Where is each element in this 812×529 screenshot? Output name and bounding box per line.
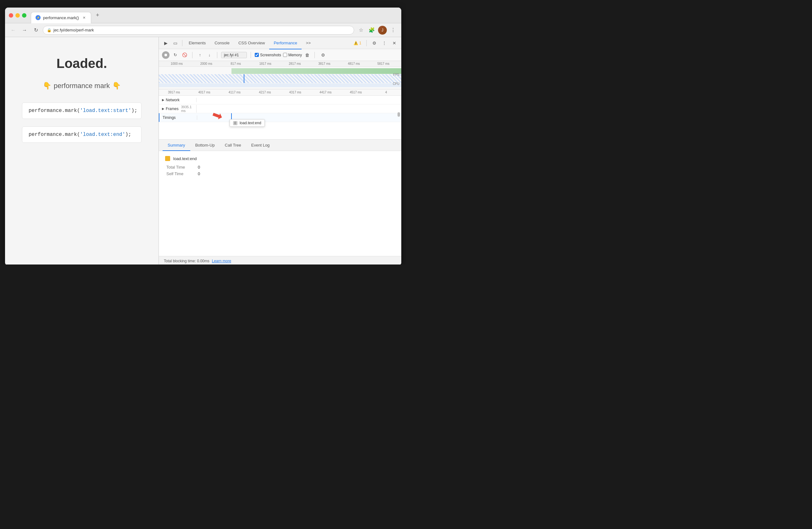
tab-more[interactable]: >> bbox=[302, 38, 315, 49]
performance-toolbar: ⏺ ↻ 🚫 ↑ ↓ jec.fyi #1 Screenshots bbox=[159, 49, 401, 61]
timings-label-text: Timings bbox=[163, 115, 176, 120]
tab-favicon: ⚡ bbox=[35, 15, 41, 20]
frames-label-text: Frames bbox=[166, 106, 179, 111]
cpu-label: CPU bbox=[393, 82, 400, 86]
responsive-design-button[interactable]: ▭ bbox=[171, 39, 179, 47]
bottom-tabs: Summary Bottom-Up Call Tree Event Log bbox=[159, 140, 401, 151]
time-label-6: 3817 ms bbox=[309, 62, 339, 66]
main-content: Loaded. 👇 performance mark 👇 performance… bbox=[5, 37, 401, 264]
tab-performance[interactable]: Performance bbox=[269, 38, 301, 49]
forward-button[interactable]: → bbox=[20, 26, 29, 34]
network-label-text: Network bbox=[166, 98, 179, 102]
code1-suffix: ); bbox=[131, 108, 137, 114]
detail-time-8: 4 bbox=[371, 90, 401, 94]
code1-string: 'load.text:start' bbox=[80, 108, 131, 114]
status-bar: Total blocking time: 0.00ms Learn more bbox=[159, 256, 401, 264]
emoji-left: 👇 bbox=[43, 82, 51, 90]
time-label-5: 2817 ms bbox=[280, 62, 310, 66]
close-devtools-button[interactable]: ✕ bbox=[390, 39, 399, 47]
tab-event-log[interactable]: Event Log bbox=[246, 140, 275, 151]
time-label-4: 1817 ms bbox=[251, 62, 280, 66]
time-label-7: 4817 ms bbox=[339, 62, 368, 66]
network-label: ▶ Network bbox=[159, 98, 197, 102]
perf-separator-3 bbox=[251, 52, 251, 58]
minimize-button[interactable] bbox=[15, 13, 20, 18]
total-time-label: Total Time bbox=[166, 165, 198, 170]
timeline-overview[interactable]: 1000 ms 2000 ms 817 ms 1817 ms 2817 ms 3… bbox=[159, 61, 401, 89]
browser-tab[interactable]: ⚡ performance.mark() ✕ bbox=[31, 12, 91, 23]
reload-record-button[interactable]: ↻ bbox=[171, 51, 179, 59]
screenshots-checkbox-label[interactable]: Screenshots bbox=[255, 53, 281, 57]
inspect-element-button[interactable]: ▶ bbox=[161, 39, 170, 47]
self-time-row: Self Time 0 bbox=[165, 171, 395, 176]
close-button[interactable] bbox=[9, 13, 13, 18]
code-block-2: performance.mark('load.text:end'); bbox=[22, 126, 142, 143]
code2-prefix: performance.mark( bbox=[29, 132, 80, 138]
new-tab-button[interactable]: + bbox=[93, 11, 102, 20]
network-expand[interactable]: ▶ bbox=[162, 98, 164, 102]
maximize-button[interactable] bbox=[22, 13, 26, 18]
tab-close-button[interactable]: ✕ bbox=[82, 15, 86, 20]
bottom-panel: Summary Bottom-Up Call Tree Event Log bbox=[159, 140, 401, 264]
settings-button[interactable]: ⚙ bbox=[370, 39, 379, 47]
tab-console[interactable]: Console bbox=[210, 38, 234, 49]
devtools-toolbar: ▶ ▭ Elements Console CSS Overview Perfor… bbox=[159, 37, 401, 49]
perf-settings-button[interactable]: ⚙ bbox=[319, 51, 328, 59]
time-label-3: 817 ms bbox=[221, 62, 251, 66]
self-time-value: 0 bbox=[198, 171, 200, 176]
fps-row bbox=[159, 68, 401, 74]
address-bar: ← → ↻ 🔒 jec.fyi/demo/perf-mark ☆ 🧩 J ⋮ bbox=[5, 23, 401, 37]
page-heading: Loaded. bbox=[56, 56, 107, 71]
total-time-row: Total Time 0 bbox=[165, 165, 395, 170]
session-select[interactable]: jec.fyi #1 bbox=[221, 52, 247, 58]
upload-button[interactable]: ↑ bbox=[196, 51, 204, 59]
timeline-overview-body: FPS CPU NET bbox=[159, 67, 401, 89]
trash-button[interactable]: 🗑 bbox=[304, 53, 311, 58]
summary-item-title: load.text:end bbox=[173, 156, 197, 161]
timeline-detail[interactable]: 3917 ms 4017 ms 4117 ms 4217 ms 4317 ms … bbox=[159, 89, 401, 140]
net-row bbox=[159, 83, 401, 87]
tab-elements[interactable]: Elements bbox=[184, 38, 210, 49]
reload-button[interactable]: ↻ bbox=[31, 26, 40, 34]
extensions-button[interactable]: 🧩 bbox=[367, 26, 376, 34]
record-button[interactable]: ⏺ bbox=[162, 51, 170, 59]
menu-button[interactable]: ⋮ bbox=[389, 26, 397, 34]
timings-row: Timings bbox=[159, 113, 401, 122]
summary-content: load.text:end Total Time 0 Self Time 0 bbox=[159, 151, 401, 256]
tab-title: performance.mark() bbox=[43, 15, 79, 20]
frames-row: ▶ Frames 3935.1 ms bbox=[159, 104, 401, 113]
tab-call-tree[interactable]: Call Tree bbox=[220, 140, 246, 151]
page-subtitle: 👇 performance mark 👇 bbox=[43, 82, 121, 90]
tab-summary[interactable]: Summary bbox=[163, 140, 190, 151]
learn-more-link[interactable]: Learn more bbox=[212, 259, 231, 263]
frames-expand[interactable]: ▶ bbox=[162, 107, 164, 110]
perf-separator-2 bbox=[217, 52, 217, 58]
bookmark-button[interactable]: ☆ bbox=[357, 26, 365, 34]
detail-time-2: 4017 ms bbox=[189, 90, 219, 94]
timeline-scrollbar[interactable] bbox=[397, 112, 400, 117]
memory-checkbox[interactable] bbox=[283, 53, 287, 57]
time-label-8: 5817 ms bbox=[368, 62, 398, 66]
more-options-button[interactable]: ⋮ bbox=[380, 39, 389, 47]
memory-checkbox-label[interactable]: Memory bbox=[283, 53, 302, 57]
download-button[interactable]: ↓ bbox=[206, 51, 213, 59]
summary-item-icon bbox=[165, 156, 170, 161]
clear-button[interactable]: 🚫 bbox=[181, 51, 188, 59]
self-time-label: Self Time bbox=[166, 171, 198, 176]
code1-prefix: performance.mark( bbox=[29, 108, 80, 114]
url-bar[interactable]: 🔒 jec.fyi/demo/perf-mark bbox=[43, 26, 354, 34]
detail-time-1: 3917 ms bbox=[159, 90, 189, 94]
tab-bottom-up[interactable]: Bottom-Up bbox=[190, 140, 220, 151]
network-content bbox=[197, 96, 401, 104]
frames-content bbox=[197, 104, 401, 113]
perf-separator-4 bbox=[315, 52, 315, 58]
browser-window: ⚡ performance.mark() ✕ + ← → ↻ 🔒 jec.fyi… bbox=[5, 8, 401, 264]
timeline-rows: ▶ Network ▶ Frames 3935.1 ms bbox=[159, 96, 401, 122]
tab-css-overview[interactable]: CSS Overview bbox=[234, 38, 270, 49]
memory-label: Memory bbox=[288, 53, 302, 57]
title-bar: ⚡ performance.mark() ✕ + bbox=[5, 8, 401, 23]
screenshots-checkbox[interactable] bbox=[255, 53, 259, 57]
emoji-right: 👇 bbox=[112, 82, 121, 90]
back-button[interactable]: ← bbox=[9, 26, 18, 34]
profile-avatar[interactable]: J bbox=[378, 26, 387, 34]
